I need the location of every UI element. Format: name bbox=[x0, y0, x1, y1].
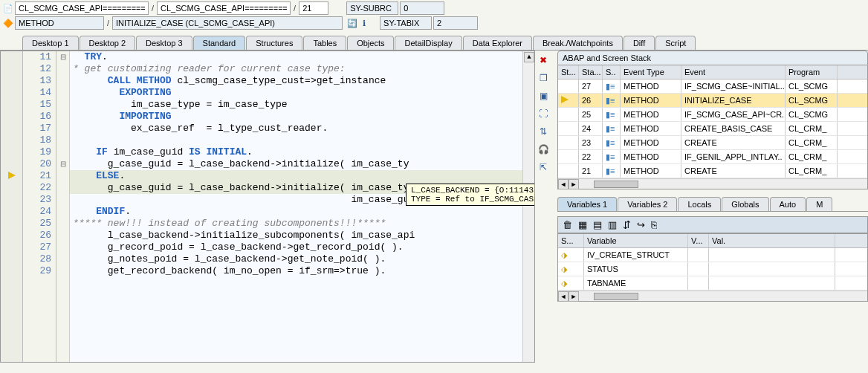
scroll-up-icon[interactable]: ▲ bbox=[524, 52, 534, 62]
scrollbar-thumb[interactable] bbox=[594, 293, 638, 300]
code-line[interactable]: EXPORTING bbox=[70, 87, 534, 99]
tab-data-explorer[interactable]: Data Explorer bbox=[463, 36, 532, 50]
code-line[interactable]: g_case_guid = l_case_backend->initialize… bbox=[70, 158, 534, 170]
tab-desktop-2[interactable]: Desktop 2 bbox=[80, 36, 136, 50]
tab-desktop-3[interactable]: Desktop 3 bbox=[136, 36, 192, 50]
stack-header[interactable]: S.. bbox=[603, 65, 621, 79]
document-icon: 📄 bbox=[3, 3, 13, 13]
code-line[interactable]: TRY. bbox=[70, 51, 534, 63]
close-icon[interactable]: ✖ bbox=[537, 53, 550, 67]
code-line[interactable]: IMPORTING bbox=[70, 111, 534, 123]
vartab-variables-2[interactable]: Variables 2 bbox=[618, 197, 677, 211]
variable-icon: ⬗ bbox=[561, 279, 567, 288]
var-row[interactable]: ⬗TABNAME bbox=[558, 276, 867, 291]
tab-break-watchpoints[interactable]: Break./Watchpoints bbox=[533, 36, 623, 50]
scrollbar-thumb[interactable] bbox=[594, 181, 638, 188]
grid-icon[interactable]: ▦ bbox=[578, 219, 587, 230]
stack-grid[interactable]: St...Sta...S..Event TypeEventProgram 27▮… bbox=[557, 65, 868, 189]
variable-icon: ⬗ bbox=[561, 265, 567, 273]
stack-row[interactable]: 25▮≡METHODIF_SCMG_CASE_API~CR..CL_SCMG bbox=[558, 108, 867, 122]
headphones-icon[interactable]: 🎧 bbox=[537, 143, 550, 156]
current-stack-icon bbox=[561, 96, 569, 105]
code-line[interactable]: l_case_backend->initialize_subcomponents… bbox=[70, 230, 534, 241]
scroll-right-icon[interactable]: ► bbox=[569, 291, 579, 302]
vartab-m[interactable]: M bbox=[806, 197, 832, 211]
column-icon[interactable]: ▥ bbox=[608, 219, 617, 230]
stack-row[interactable]: 27▮≡METHODIF_SCMG_CASE~INITIAL..CL_SCMG bbox=[558, 80, 867, 94]
stack-panel-title: ABAP and Screen Stack bbox=[557, 51, 868, 65]
toggle-icon[interactable]: ▣ bbox=[537, 89, 550, 103]
source-editor[interactable]: 11121314151617181920212223242526272829 ⊟… bbox=[0, 51, 535, 363]
stack-row[interactable]: 21▮≡METHODCREATECL_CRM_ bbox=[558, 164, 867, 178]
var-header[interactable]: Val. bbox=[709, 234, 835, 247]
sy-tabix-label: SY-TABIX bbox=[380, 16, 432, 30]
var-row[interactable]: ⬗STATUS bbox=[558, 262, 867, 276]
list-icon[interactable]: ▤ bbox=[593, 219, 602, 230]
separator: / bbox=[292, 4, 297, 13]
tab-tables[interactable]: Tables bbox=[303, 36, 346, 50]
document-icon: ▮≡ bbox=[606, 138, 615, 147]
stack-header[interactable]: Sta... bbox=[579, 65, 603, 79]
code-line[interactable]: ELSE. bbox=[70, 170, 534, 182]
separator: / bbox=[106, 19, 111, 27]
tab-structures[interactable]: Structures bbox=[246, 36, 302, 50]
tab-objects[interactable]: Objects bbox=[347, 36, 394, 50]
code-line[interactable]: g_record_poid = l_case_backend->get_reco… bbox=[70, 241, 534, 253]
code-line[interactable]: ENDIF. bbox=[70, 206, 534, 218]
document-icon: ▮≡ bbox=[606, 96, 615, 105]
code-line[interactable]: IF im_case_guid IS INITIAL. bbox=[70, 146, 534, 158]
maximize-icon[interactable]: ⛶ bbox=[537, 107, 550, 120]
hierarchy-icon[interactable]: ⇱ bbox=[537, 160, 550, 174]
sort-icon[interactable]: ⇵ bbox=[623, 219, 631, 230]
copy-icon[interactable]: ⎘ bbox=[651, 219, 657, 230]
code-line[interactable] bbox=[70, 134, 534, 146]
code-line[interactable]: CALL METHOD cl_scmg_case_type_cust=>get_… bbox=[70, 75, 534, 87]
program-field-2[interactable] bbox=[157, 1, 291, 15]
sy-subrc-value: 0 bbox=[400, 1, 444, 15]
stack-row[interactable]: 26▮≡METHODINITIALIZE_CASECL_SCMG bbox=[558, 94, 867, 108]
code-line[interactable]: get_record_backend( im_no_open = if_srm=… bbox=[70, 265, 534, 277]
vartab-locals[interactable]: Locals bbox=[678, 197, 721, 211]
code-line[interactable]: g_notes_poid = l_case_backend->get_note_… bbox=[70, 253, 534, 265]
var-row[interactable]: ⬗IV_CREATE_STRUCT bbox=[558, 248, 867, 262]
replace-icon[interactable]: 🔄 bbox=[347, 18, 357, 28]
swap-icon[interactable]: ⇅ bbox=[537, 125, 550, 138]
var-header[interactable]: V... bbox=[688, 234, 709, 247]
tab-diff[interactable]: Diff bbox=[624, 36, 655, 50]
scroll-left-icon[interactable]: ◄ bbox=[558, 179, 569, 189]
vartab-variables-1[interactable]: Variables 1 bbox=[557, 197, 617, 211]
stack-row[interactable]: 22▮≡METHODIF_GENIL_APPL_INTLAY..CL_CRM_ bbox=[558, 150, 867, 164]
vartab-globals[interactable]: Globals bbox=[722, 197, 768, 211]
var-header[interactable]: S... bbox=[558, 234, 584, 247]
vartab-auto[interactable]: Auto bbox=[770, 197, 806, 211]
editor-toolbar: ✖ ❐ ▣ ⛶ ⇅ 🎧 ⇱ bbox=[535, 51, 551, 363]
tab-detaildisplay[interactable]: DetailDisplay bbox=[395, 36, 461, 50]
program-field-1[interactable] bbox=[15, 1, 149, 15]
tab-standard[interactable]: Standard bbox=[193, 36, 246, 50]
attach-icon[interactable]: ↪ bbox=[637, 219, 645, 230]
stack-row[interactable]: 23▮≡METHODCREATECL_CRM_ bbox=[558, 136, 867, 150]
stack-header[interactable]: Event Type bbox=[621, 65, 681, 79]
new-window-icon[interactable]: ❐ bbox=[537, 71, 550, 85]
event-type-field: METHOD bbox=[15, 16, 104, 30]
code-line[interactable]: ***** new!!! instead of creating subcomp… bbox=[70, 218, 534, 230]
code-line[interactable]: ex_case_ref = l_type_cust_reader. bbox=[70, 123, 534, 134]
tab-script[interactable]: Script bbox=[655, 36, 696, 50]
stack-header[interactable]: Event bbox=[681, 65, 786, 79]
line-field[interactable] bbox=[299, 1, 328, 15]
scroll-right-icon[interactable]: ► bbox=[569, 179, 579, 189]
stack-header[interactable]: Program bbox=[786, 65, 838, 79]
code-line[interactable]: * get customizing reader for current cas… bbox=[70, 63, 534, 75]
variables-grid[interactable]: S...VariableV...Val. ⬗IV_CREATE_STRUCT⬗S… bbox=[557, 233, 868, 302]
tab-desktop-1[interactable]: Desktop 1 bbox=[22, 36, 79, 50]
main-tabstrip: Desktop 1Desktop 2Desktop 3StandardStruc… bbox=[0, 33, 868, 51]
scroll-left-icon[interactable]: ◄ bbox=[558, 291, 569, 302]
separator: / bbox=[150, 4, 155, 13]
stack-header[interactable]: St... bbox=[558, 65, 579, 79]
method-icon: 🔶 bbox=[3, 18, 13, 28]
var-header[interactable]: Variable bbox=[584, 234, 688, 247]
info-icon[interactable]: ℹ bbox=[359, 18, 369, 28]
stack-row[interactable]: 24▮≡METHODCREATE_BASIS_CASECL_CRM_ bbox=[558, 122, 867, 136]
delete-icon[interactable]: 🗑 bbox=[563, 219, 572, 230]
code-line[interactable]: im_case_type = im_case_type bbox=[70, 99, 534, 111]
